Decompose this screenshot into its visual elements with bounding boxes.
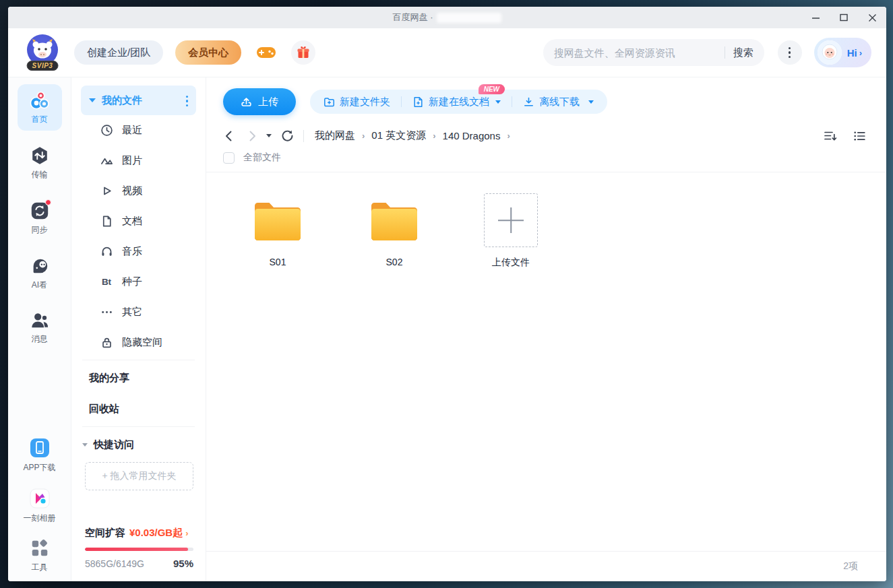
- member-center-button[interactable]: 会员中心: [175, 40, 241, 65]
- rail-item-app-download[interactable]: APP下载: [18, 431, 62, 479]
- search-input[interactable]: [554, 47, 720, 59]
- profile-pill[interactable]: Hi ›: [814, 38, 871, 67]
- rail-item-ai-view[interactable]: AI看: [18, 250, 62, 296]
- rail-item-tools[interactable]: 工具: [18, 532, 62, 579]
- breadcrumb-separator-icon: ›: [362, 131, 365, 141]
- svip-badge: SVIP3: [27, 61, 59, 71]
- divider: [82, 426, 195, 427]
- forward-button[interactable]: [246, 130, 258, 142]
- rail-item-messages[interactable]: 消息: [18, 305, 62, 350]
- sidebar: 我的文件 最近 图片 视频: [71, 77, 206, 581]
- offline-download-button[interactable]: 离线下载: [523, 96, 594, 108]
- item-count: 2项: [843, 560, 858, 573]
- toolbar-actions: 新建文件夹 NEW 新建在线文档: [310, 90, 607, 114]
- headphones-icon: [100, 245, 113, 258]
- play-icon: [100, 185, 113, 197]
- drop-folder-zone[interactable]: + 拖入常用文件夹: [85, 462, 193, 490]
- folder-icon: [369, 200, 419, 240]
- more-menu-icon[interactable]: [778, 40, 802, 65]
- navigation-row: 我的网盘 › 01 英文资源 › 140 Dragons ›: [206, 115, 886, 142]
- sidebar-item-videos[interactable]: 视频: [81, 176, 196, 206]
- sidebar-item-torrents[interactable]: Bt 种子: [81, 267, 196, 297]
- plus-icon: [484, 193, 538, 247]
- breadcrumb-separator-icon: ›: [433, 131, 435, 141]
- back-button[interactable]: [223, 130, 235, 142]
- storage-chevron-icon: ›: [185, 528, 188, 538]
- redacted-username: [437, 13, 501, 23]
- close-button[interactable]: [858, 7, 886, 28]
- folder-name: S01: [270, 257, 286, 267]
- quick-access-header[interactable]: 快捷访问: [82, 438, 196, 451]
- upload-file-tile[interactable]: 上传文件: [482, 193, 540, 269]
- breadcrumb-english-resources[interactable]: 01 英文资源: [371, 129, 426, 142]
- storage-percent: 95%: [173, 558, 193, 569]
- window-title: 百度网盘 ·: [8, 11, 886, 24]
- maximize-button[interactable]: [830, 7, 858, 28]
- sync-notification-dot: [45, 199, 51, 205]
- files-grid: S01 S02 上传文件: [206, 172, 886, 551]
- app-window: 百度网盘 ·: [8, 7, 886, 581]
- sidebar-item-documents[interactable]: 文档: [81, 206, 196, 236]
- divider: [82, 360, 195, 360]
- storage-block: 空间扩容 ¥0.03/GB起 › 5865G/6149G 95%: [81, 527, 196, 572]
- sort-icon[interactable]: [824, 130, 837, 142]
- collapse-triangle-icon: [89, 98, 96, 102]
- breadcrumb: 我的网盘 › 01 英文资源 › 140 Dragons ›: [315, 129, 510, 142]
- profile-avatar: [818, 40, 842, 65]
- sidebar-my-shares[interactable]: 我的分享: [81, 362, 196, 393]
- new-folder-icon: [324, 96, 335, 108]
- breadcrumb-my-drive[interactable]: 我的网盘: [315, 129, 355, 142]
- create-team-button[interactable]: 创建企业/团队: [74, 40, 163, 65]
- new-online-doc-button[interactable]: NEW 新建在线文档: [412, 96, 501, 108]
- refresh-button[interactable]: [281, 129, 294, 142]
- sidebar-item-pictures[interactable]: 图片: [81, 145, 196, 176]
- dropdown-caret-icon: [495, 100, 501, 104]
- games-icon[interactable]: [256, 44, 276, 61]
- expand-storage-link[interactable]: 空间扩容 ¥0.03/GB起 ›: [85, 527, 193, 540]
- breadcrumb-140-dragons[interactable]: 140 Dragons: [443, 130, 501, 141]
- rail-item-sync[interactable]: 同步: [18, 195, 62, 241]
- search-button[interactable]: 搜索: [733, 46, 753, 59]
- tools-icon: [30, 538, 50, 558]
- gift-icon[interactable]: [291, 40, 315, 65]
- rail-item-transfer[interactable]: 传输: [18, 139, 62, 186]
- transfer-icon: [30, 145, 50, 166]
- my-files-more-icon[interactable]: [186, 94, 189, 106]
- storage-progress-track: [85, 548, 193, 551]
- minimize-button[interactable]: [801, 7, 830, 28]
- history-dropdown-icon[interactable]: [266, 134, 272, 137]
- list-view-icon[interactable]: [853, 130, 866, 142]
- folder-tile-s02[interactable]: S02: [365, 193, 423, 267]
- search-divider: [725, 46, 725, 59]
- user-avatar-svip[interactable]: SVIP3: [26, 34, 59, 71]
- sidebar-item-hidden-space[interactable]: 隐藏空间: [81, 327, 196, 358]
- download-icon: [523, 96, 534, 108]
- divider: [401, 96, 402, 107]
- sidebar-item-recent[interactable]: 最近: [81, 115, 196, 145]
- sidebar-item-music[interactable]: 音乐: [81, 236, 196, 267]
- upload-icon: [241, 96, 252, 108]
- main-content: 上传 新建文件夹 NEW: [206, 77, 886, 581]
- storage-progress-fill: [85, 548, 188, 551]
- title-bar[interactable]: 百度网盘 ·: [8, 7, 886, 28]
- rail-item-home[interactable]: 首页: [18, 84, 62, 131]
- netdisk-home-icon: [29, 90, 51, 110]
- profile-chevron-icon: ›: [859, 48, 862, 58]
- clock-icon: [100, 124, 113, 137]
- rail-item-yike-album[interactable]: 一刻相册: [18, 482, 62, 529]
- select-all-checkbox[interactable]: [223, 152, 235, 164]
- divider: [512, 96, 512, 107]
- breadcrumb-separator-icon: ›: [507, 131, 510, 141]
- upload-button[interactable]: 上传: [223, 88, 296, 115]
- image-icon: [100, 154, 113, 167]
- folder-tile-s01[interactable]: S01: [249, 193, 307, 267]
- toolbar: 上传 新建文件夹 NEW: [206, 77, 886, 115]
- messages-icon: [30, 311, 50, 330]
- sidebar-my-files[interactable]: 我的文件: [81, 86, 196, 115]
- new-folder-button[interactable]: 新建文件夹: [324, 96, 390, 108]
- sidebar-item-others[interactable]: 其它: [81, 297, 196, 327]
- header: SVIP3 创建企业/团队 会员中心 搜索: [8, 28, 886, 77]
- lock-icon: [100, 336, 113, 349]
- sidebar-recycle-bin[interactable]: 回收站: [81, 393, 196, 424]
- new-badge: NEW: [479, 84, 505, 94]
